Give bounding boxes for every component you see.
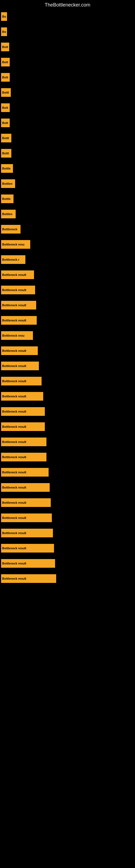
bar-row: Bottleneck result [0, 556, 135, 571]
bar-row: Bottle [0, 191, 135, 207]
bar-label-3: Bott [2, 45, 8, 49]
bar-row: Bottle [0, 161, 135, 176]
bar-row: Bottleneck result [0, 571, 135, 586]
bar-label-36: Bottleneck result [2, 547, 26, 550]
bar-row: Bottleneck r [0, 252, 135, 267]
bar-row: Bott [0, 70, 135, 85]
bar-row: Bottleneck result [0, 313, 135, 328]
bar-5: Bott [1, 73, 10, 82]
bar-23: Bottleneck result [1, 346, 38, 355]
bar-36: Bottleneck result [1, 544, 54, 553]
bar-row: Bottleneck resu [0, 237, 135, 252]
bar-label-29: Bottleneck result [2, 440, 26, 443]
bar-16: Bottleneck resu [1, 240, 30, 249]
bar-row: Bottleneck result [0, 358, 135, 373]
bar-10: Bottl [1, 149, 11, 158]
bar-label-13: Bottle [2, 197, 10, 200]
bar-11: Bottle [1, 164, 13, 173]
bar-row: Bottleneck result [0, 298, 135, 313]
bar-20: Bottleneck result [1, 301, 36, 310]
bar-label-26: Bottleneck result [2, 395, 26, 398]
bar-label-23: Bottleneck result [2, 349, 26, 352]
bar-row: Bott [0, 115, 135, 130]
bar-38: Bottleneck result [1, 574, 56, 583]
bar-label-38: Bottleneck result [2, 577, 26, 580]
bar-label-31: Bottleneck result [2, 471, 26, 474]
bar-row: Bottleneck result [0, 389, 135, 404]
bar-label-34: Bottleneck result [2, 516, 26, 520]
bar-4: Bott [1, 58, 10, 66]
bar-28: Bottleneck result [1, 422, 45, 431]
bar-35: Bottleneck result [1, 529, 53, 537]
bar-label-5: Bott [2, 76, 8, 79]
bar-25: Bottleneck result [1, 377, 42, 385]
bar-row: Bo [0, 24, 135, 39]
bar-label-21: Bottleneck result [2, 319, 26, 322]
bar-row: Bottleneck result [0, 510, 135, 525]
bar-17: Bottleneck r [1, 255, 26, 264]
bar-label-24: Bottleneck result [2, 364, 26, 368]
bar-row: Bottleneck result [0, 495, 135, 510]
bar-label-10: Bottl [2, 152, 9, 155]
bar-2: Bo [1, 27, 7, 36]
bar-row: Bottleneck result [0, 525, 135, 540]
bar-label-27: Bottleneck result [2, 410, 26, 413]
bar-row: Bottl [0, 85, 135, 100]
bar-label-20: Bottleneck result [2, 304, 26, 307]
bar-row: Bottleneck result [0, 282, 135, 298]
bar-row: Bottl [0, 146, 135, 161]
bar-row: Bottleneck result [0, 419, 135, 434]
bar-label-37: Bottleneck result [2, 562, 26, 565]
bar-row: Bottleneck result [0, 465, 135, 480]
bar-label-33: Bottleneck result [2, 501, 26, 504]
bar-label-15: Bottleneck [2, 227, 17, 231]
bar-31: Bottleneck result [1, 468, 49, 476]
bar-6: Bottl [1, 88, 11, 97]
bar-27: Bottleneck result [1, 407, 45, 416]
bar-13: Bottle [1, 194, 13, 203]
bar-label-16: Bottleneck resu [2, 243, 25, 246]
bar-33: Bottleneck result [1, 498, 51, 507]
bar-15: Bottleneck [1, 225, 20, 234]
bar-row: Bottleneck result [0, 404, 135, 419]
bar-row: Bo [0, 9, 135, 24]
bar-label-4: Bott [2, 61, 8, 64]
bars-container: BoBoBottBottBottBottlBottBottBottlBottlB… [0, 9, 135, 586]
bar-label-6: Bottl [2, 91, 9, 94]
bar-row: Bott [0, 39, 135, 55]
bar-label-19: Bottleneck result [2, 288, 26, 291]
bar-label-30: Bottleneck result [2, 456, 26, 459]
bar-row: Bottlen [0, 207, 135, 222]
bar-row: Bottleneck result [0, 373, 135, 389]
bar-22: Bottleneck resu [1, 331, 33, 340]
bar-label-12: Bottlen [2, 182, 12, 185]
bar-label-35: Bottleneck result [2, 531, 26, 535]
bar-18: Bottleneck result [1, 271, 34, 279]
bar-label-7: Bott [2, 106, 8, 109]
bar-row: Bottleneck result [0, 343, 135, 358]
bar-label-17: Bottleneck r [2, 258, 19, 261]
bar-label-2: Bo [2, 30, 6, 33]
bar-row: Bottleneck result [0, 540, 135, 556]
bar-row: Bott [0, 55, 135, 70]
bar-row: Bottleneck [0, 222, 135, 237]
bar-row: Bottlen [0, 176, 135, 191]
site-title: TheBottlenecker.com [0, 0, 135, 9]
bar-row: Bottleneck resu [0, 328, 135, 343]
bar-21: Bottleneck result [1, 316, 37, 325]
bar-14: Bottlen [1, 210, 16, 218]
bar-row: Bottleneck result [0, 434, 135, 450]
bar-row: Bottleneck result [0, 480, 135, 495]
bar-9: Bottl [1, 134, 11, 143]
bar-8: Bott [1, 119, 10, 127]
bar-24: Bottleneck result [1, 362, 39, 370]
bar-3: Bott [1, 42, 9, 51]
bar-label-22: Bottleneck resu [2, 334, 25, 337]
bar-label-11: Bottle [2, 167, 10, 170]
bar-label-1: Bo [2, 15, 6, 18]
bar-32: Bottleneck result [1, 483, 50, 492]
bar-34: Bottleneck result [1, 514, 52, 522]
bar-row: Bottleneck result [0, 450, 135, 465]
bar-row: Bottleneck result [0, 267, 135, 282]
bar-label-25: Bottleneck result [2, 379, 26, 383]
